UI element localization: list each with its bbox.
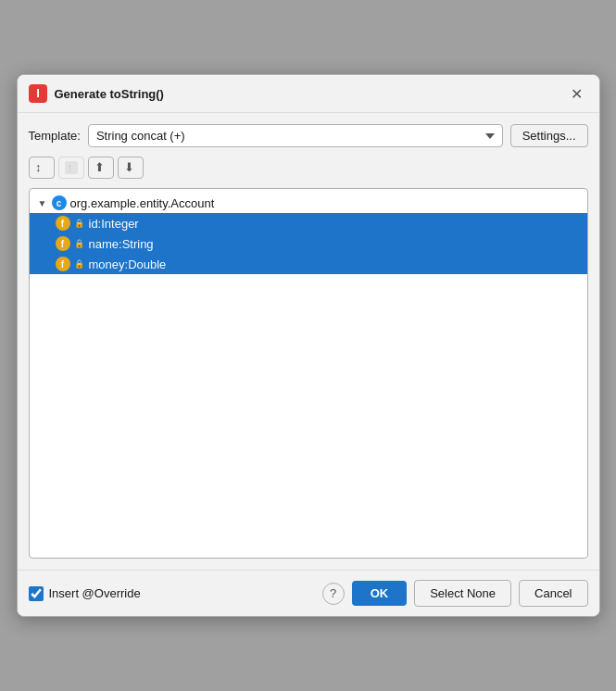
settings-button[interactable]: Settings...: [510, 124, 588, 147]
sort-button[interactable]: ↕: [29, 157, 55, 179]
tree-item[interactable]: f 🔒 id:Integer: [30, 213, 587, 233]
tree-item[interactable]: f 🔒 money:Double: [30, 254, 587, 274]
dialog-title: Generate toString(): [55, 87, 164, 101]
field-icon: f: [56, 216, 70, 231]
tree-item[interactable]: f 🔒 name:String: [30, 233, 587, 254]
svg-text:⬆: ⬆: [94, 161, 105, 174]
move-up-button[interactable]: ⬆: [88, 157, 114, 179]
ok-button[interactable]: OK: [352, 581, 408, 606]
select-none-button[interactable]: Select None: [414, 580, 511, 607]
override-checkbox[interactable]: [29, 586, 44, 601]
svg-text:↕: ↕: [35, 161, 42, 174]
field-icon: f: [56, 236, 70, 251]
template-row: Template: String concat (+) StringBuilde…: [29, 124, 588, 147]
help-button[interactable]: ?: [322, 583, 345, 605]
item-label: money:Double: [89, 258, 167, 271]
move-up-icon: ⬆: [94, 161, 107, 174]
svg-text:↑: ↑: [67, 161, 73, 174]
svg-text:⬇: ⬇: [124, 161, 134, 174]
lock-icon: 🔒: [74, 238, 85, 249]
override-label: Insert @Override: [49, 586, 141, 600]
svg-text:I: I: [36, 86, 40, 100]
tree-root: ▼ c org.example.entity.Account f 🔒 id:In…: [30, 189, 587, 278]
chevron-icon: ▼: [37, 198, 48, 208]
title-bar: I Generate toString() ✕: [18, 75, 599, 113]
class-label: org.example.entity.Account: [70, 196, 215, 210]
move-down-button[interactable]: ⬇: [118, 157, 144, 179]
sort-icon: ↕: [35, 161, 48, 174]
tree-parent-row[interactable]: ▼ c org.example.entity.Account: [30, 193, 587, 213]
close-button[interactable]: ✕: [566, 82, 588, 105]
item-label: name:String: [89, 237, 154, 251]
dialog-footer: Insert @Override ? OK Select None Cancel: [18, 570, 599, 616]
field-icon: f: [56, 257, 70, 271]
generate-tostring-dialog: I Generate toString() ✕ Template: String…: [17, 74, 600, 617]
template-label: Template:: [29, 129, 81, 143]
checkbox-wrapper: Insert @Override: [29, 586, 315, 601]
toolbar: ↕ ↑ ⬆ ⬇: [29, 155, 588, 181]
move-down-icon: ⬇: [124, 161, 137, 174]
cancel-button[interactable]: Cancel: [519, 580, 587, 607]
item-label: id:Integer: [89, 217, 139, 231]
sort-asc-icon: ↑: [65, 161, 78, 174]
app-icon: I: [29, 84, 47, 103]
dialog-body: Template: String concat (+) StringBuilde…: [18, 113, 599, 570]
tree-container: ▼ c org.example.entity.Account f 🔒 id:In…: [29, 188, 588, 559]
sort-asc-button: ↑: [58, 157, 84, 179]
template-select[interactable]: String concat (+) StringBuilder StringBu…: [88, 124, 503, 147]
lock-icon: 🔒: [74, 258, 85, 270]
lock-icon: 🔒: [74, 218, 85, 229]
class-icon: c: [52, 195, 67, 210]
